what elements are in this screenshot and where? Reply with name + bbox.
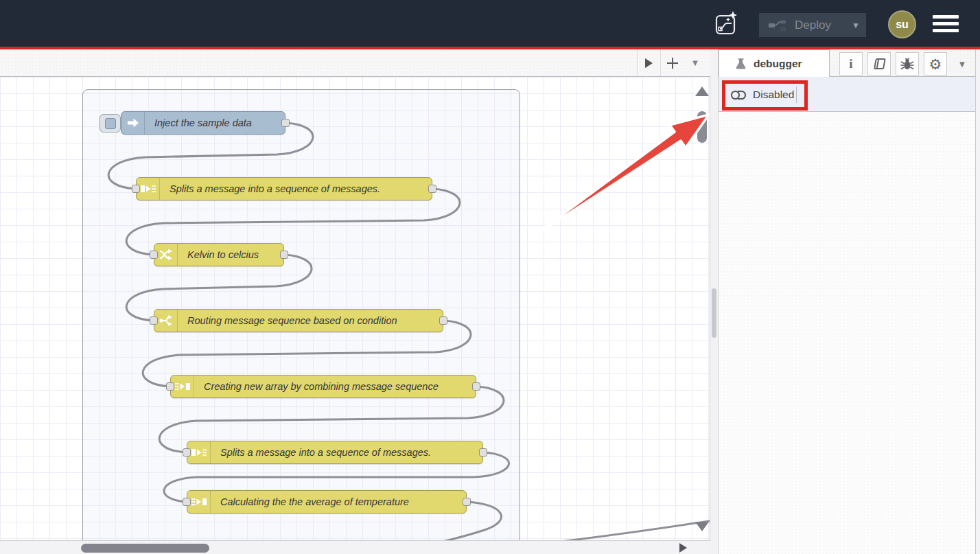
node-label: Calculating the the average of temperatu… [211, 496, 419, 507]
deploy-button[interactable]: Deploy ▼ [759, 13, 866, 37]
deploy-nodes-icon [769, 19, 786, 32]
node-inject[interactable]: Inject the sample data [121, 111, 285, 135]
node-label: Routing message sequence based on condit… [178, 315, 407, 326]
debug-toolbar: Disabled [719, 77, 980, 112]
deploy-label: Deploy [795, 19, 845, 32]
inject-trigger-button[interactable] [100, 114, 121, 132]
join-icon [171, 376, 194, 397]
tab-debugger[interactable]: debugger [719, 49, 830, 77]
next-flow-icon[interactable] [637, 49, 660, 76]
node-label: Creating new array by combining message … [194, 381, 448, 392]
info-icon[interactable]: i [839, 52, 863, 76]
flow-canvas[interactable]: Inject the sample data Splits a message … [0, 77, 710, 540]
vertical-scrollbar-thumb[interactable] [697, 111, 707, 143]
input-port[interactable] [150, 251, 158, 259]
avatar-initials: su [896, 19, 909, 31]
disabled-label: Disabled [753, 89, 794, 101]
switch-fork-icon [154, 310, 178, 332]
header-bar: Deploy ▼ su [0, 0, 980, 47]
horizontal-scrollbar[interactable] [0, 540, 710, 554]
input-port[interactable] [183, 498, 191, 506]
user-avatar[interactable]: su [888, 10, 916, 38]
horizontal-scrollbar-thumb[interactable] [81, 544, 209, 553]
split-icon [137, 178, 160, 200]
flow-list-chevron-icon[interactable]: ▼ [684, 49, 707, 76]
wire [357, 520, 710, 540]
node-label: Inject the sample data [145, 117, 261, 128]
output-port[interactable] [280, 251, 288, 259]
toggle-off-icon [730, 89, 747, 101]
toolbar-separator [796, 86, 797, 103]
flow-tabbar: ▼ [0, 49, 710, 77]
book-icon[interactable] [867, 52, 891, 76]
sidebar: debugger i [719, 49, 980, 554]
node-switch[interactable]: Routing message sequence based on condit… [154, 309, 443, 332]
split-icon [187, 441, 211, 463]
add-flow-icon[interactable] [660, 49, 684, 76]
scroll-up-icon[interactable] [695, 86, 709, 96]
window-scrollbar-strip [975, 49, 980, 554]
output-port[interactable] [439, 316, 447, 325]
gear-icon[interactable]: ⚙ [924, 52, 947, 76]
join-icon [187, 491, 211, 513]
output-port[interactable] [472, 382, 480, 391]
node-split-1[interactable]: Splits a message into a sequence of mess… [136, 177, 432, 200]
main-menu-icon[interactable] [933, 15, 960, 32]
change-shuffle-icon [154, 244, 178, 266]
node-label: Splits a message into a sequence of mess… [160, 183, 390, 194]
scroll-right-icon[interactable] [679, 543, 687, 553]
node-split-2[interactable]: Splits a message into a sequence of mess… [187, 441, 483, 464]
node-join-2[interactable]: Calculating the the average of temperatu… [187, 490, 467, 513]
output-port[interactable] [463, 498, 471, 506]
debug-disabled-toggle[interactable]: Disabled [730, 85, 794, 104]
output-port[interactable] [428, 185, 436, 193]
bug-icon[interactable] [896, 52, 919, 76]
ai-assistant-icon[interactable] [714, 10, 740, 36]
node-label: Splits a message into a sequence of mess… [211, 447, 441, 458]
tab-label: debugger [754, 58, 802, 70]
input-port[interactable] [150, 316, 158, 325]
node-join-1[interactable]: Creating new array by combining message … [170, 375, 476, 398]
node-change[interactable]: Kelvin to celcius [154, 243, 284, 266]
sidebar-header: debugger i [719, 49, 980, 77]
output-port[interactable] [281, 119, 290, 127]
input-port[interactable] [166, 382, 174, 391]
splitter-handle[interactable] [712, 288, 716, 338]
chevron-down-icon[interactable]: ▼ [952, 52, 972, 76]
node-label: Kelvin to celcius [178, 249, 268, 260]
input-port[interactable] [132, 185, 140, 193]
deploy-chevron-icon[interactable]: ▼ [845, 21, 866, 30]
output-port[interactable] [479, 448, 487, 457]
node-red-app: Deploy ▼ su ▼ [0, 0, 980, 554]
inject-arrow-icon [121, 112, 145, 134]
sidebar-splitter[interactable] [710, 49, 719, 554]
flask-icon [734, 58, 747, 70]
debug-messages-panel[interactable] [719, 112, 980, 554]
scroll-down-icon[interactable] [695, 522, 709, 531]
input-port[interactable] [183, 448, 191, 457]
